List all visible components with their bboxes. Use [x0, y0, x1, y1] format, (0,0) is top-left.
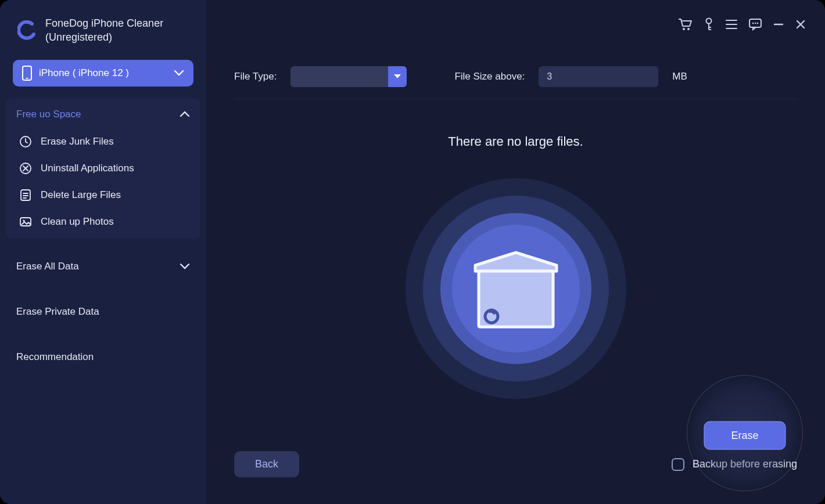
- sidebar-item-label: Uninstall Applications: [41, 163, 134, 174]
- empty-state-message: There are no large files.: [448, 134, 583, 149]
- brand-header: FoneDog iPhone Cleaner (Unregistered): [0, 0, 206, 55]
- svg-point-7: [683, 28, 685, 30]
- titlebar: [677, 17, 806, 31]
- box-icon: [466, 242, 566, 335]
- file-type-select[interactable]: [290, 66, 407, 87]
- section-title: Recommendation: [16, 351, 94, 363]
- svg-point-11: [752, 23, 754, 24]
- sidebar-item-photos[interactable]: Clean up Photos: [6, 208, 200, 235]
- phone-icon: [22, 66, 32, 81]
- erase-button-label: Erase: [731, 430, 758, 441]
- chevron-down-icon: [180, 263, 190, 270]
- minimize-icon[interactable]: [773, 19, 784, 30]
- empty-state-illustration: [406, 178, 626, 399]
- file-size-label: File Size above:: [454, 71, 525, 82]
- erase-button-wrap: Erase: [687, 375, 803, 491]
- sidebar-item-uninstall[interactable]: Uninstall Applications: [6, 155, 200, 182]
- sidebar-item-erase-junk[interactable]: Erase Junk Files: [6, 128, 200, 155]
- svg-point-13: [757, 23, 759, 24]
- dropdown-arrow-icon: [388, 66, 407, 87]
- section-title: Erase Private Data: [16, 306, 99, 318]
- clock-icon: [19, 135, 33, 148]
- svg-point-12: [755, 23, 756, 24]
- filter-bar: File Type: File Size above: 3 MB: [234, 0, 797, 99]
- sidebar-item-large-files[interactable]: Delete Large Files: [6, 182, 200, 208]
- section-erase-private: Erase Private Data: [6, 296, 200, 329]
- section-free-space: Free uo Space Erase Junk Files Uninstall…: [6, 98, 200, 239]
- file-type-label: File Type:: [234, 71, 277, 82]
- uninstall-icon: [19, 162, 33, 175]
- file-size-value: 3: [547, 71, 552, 82]
- back-button-label: Back: [255, 458, 278, 470]
- section-header-recommendation[interactable]: Recommendation: [6, 343, 200, 371]
- sidebar: FoneDog iPhone Cleaner (Unregistered) iP…: [0, 0, 206, 504]
- section-header-free-space[interactable]: Free uo Space: [6, 100, 200, 128]
- file-list-icon: [19, 189, 33, 201]
- erase-button[interactable]: Erase: [704, 422, 785, 450]
- file-size-unit: MB: [672, 71, 687, 82]
- app-title-line2: (Unregistered): [45, 30, 163, 44]
- backup-checkbox[interactable]: [672, 458, 684, 471]
- menu-icon[interactable]: [725, 19, 738, 30]
- file-size-input[interactable]: 3: [539, 66, 658, 87]
- sidebar-item-label: Clean up Photos: [41, 216, 114, 228]
- back-button[interactable]: Back: [234, 451, 299, 477]
- feedback-icon[interactable]: [748, 18, 762, 31]
- key-icon[interactable]: [703, 17, 715, 31]
- close-icon[interactable]: [795, 19, 806, 30]
- main-panel: File Type: File Size above: 3 MB There a…: [206, 0, 825, 504]
- svg-rect-1: [26, 78, 28, 79]
- section-title: Free uo Space: [16, 109, 81, 120]
- section-recommendation: Recommendation: [6, 341, 200, 375]
- section-erase-all: Erase All Data: [6, 250, 200, 284]
- section-header-erase-all[interactable]: Erase All Data: [6, 253, 200, 280]
- svg-rect-14: [479, 271, 553, 327]
- sidebar-item-label: Delete Large Files: [41, 189, 121, 201]
- section-header-erase-private[interactable]: Erase Private Data: [6, 298, 200, 326]
- svg-point-8: [687, 28, 690, 30]
- svg-rect-4: [21, 190, 30, 200]
- app-logo: [17, 20, 37, 40]
- app-window: FoneDog iPhone Cleaner (Unregistered) iP…: [0, 0, 825, 504]
- sidebar-item-label: Erase Junk Files: [41, 136, 114, 147]
- chevron-up-icon: [180, 111, 190, 118]
- device-selector[interactable]: iPhone ( iPhone 12 ): [13, 60, 193, 87]
- cart-icon[interactable]: [677, 17, 693, 31]
- app-title-line1: FoneDog iPhone Cleaner: [45, 16, 163, 30]
- chevron-down-icon: [174, 70, 184, 77]
- image-icon: [19, 215, 33, 228]
- section-title: Erase All Data: [16, 261, 79, 272]
- device-label: iPhone ( iPhone 12 ): [39, 67, 129, 79]
- svg-point-9: [706, 19, 712, 24]
